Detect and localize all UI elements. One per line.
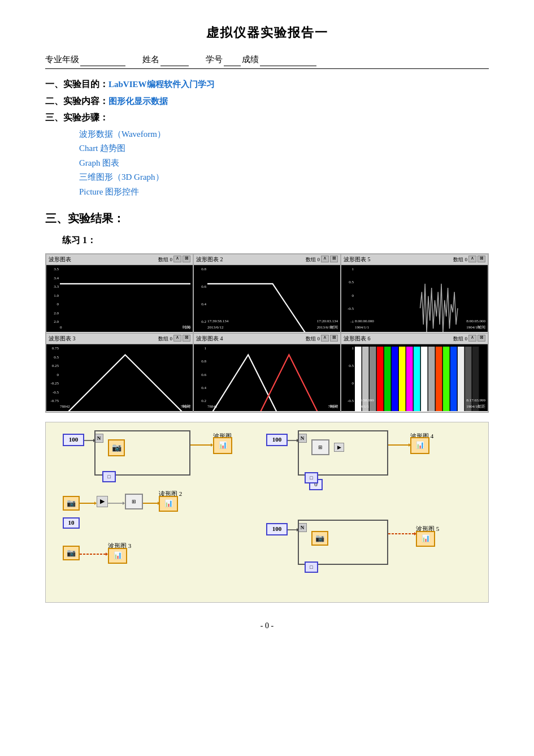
chart4-svg [60,347,190,411]
chart-cell-3: 波形图表 5 数组 0 ∧ ⊠ 1 0.5 0 -0.5 -1 8:00:00.… [341,254,488,333]
chart3-auto-btn[interactable]: ⊠ [477,256,485,262]
chart3-btns: 数组 0 ∧ ⊠ [453,256,485,263]
bd-const-100-3: 100 [266,523,288,535]
section2-label: 实验内容： [63,96,108,106]
chart1-btns: 数组 0 ∧ ⊠ [158,256,190,263]
chart6-axis-y: 1 0.5 0 -0.5 [342,347,354,403]
section3-label: 实验步骤： [63,113,108,122]
bd-arrow-2c [143,500,160,506]
chart5-axis-x: 78842 78847 [207,404,338,410]
chart5-title: 波形图表 4 [196,334,223,343]
chart4-inner: 0.75 0.5 0.25 0 -0.25 -0.5 -0.75 78842 7… [46,344,193,411]
chart5-label: 数组 0 [306,335,320,343]
bd-icon-chart2: 📷 [63,496,80,511]
chart1-inner: 3.5 3.4 3.3 1.0 0 2.0 2.0 0 100 时间 [46,265,193,332]
chart-cell-5: 波形图表 4 数组 0 ∧ ⊠ 1 0.8 0.6 0.4 0.2 [193,333,341,412]
bd-arrow-r3 [388,531,416,537]
chart6-titlebar: 波形图表 6 数组 0 ∧ ⊠ [341,334,488,344]
bd-waveform-icon-3: 📊 [108,548,127,564]
step1: 波形数据（Waveform） [79,127,489,142]
chart4-axis-x: 78842 78847 [60,404,190,410]
bd-play-btn-2[interactable]: ▶ [97,496,108,507]
id-label: 学号 [206,53,223,66]
chart6-xlabel: 灯距 [477,404,485,410]
chart6-btns: 数组 0 ∧ ⊠ [453,335,485,343]
chart6-label: 数组 0 [453,335,467,343]
bd-const-100-2: 100 [266,434,288,446]
name-value [160,56,189,66]
bd-dblbox-2: ⊞ [125,494,143,509]
section1-label: 实验目的： [63,79,108,89]
chart2-axis-x: 17:39:58.134 2013/6/12 17:20:03.134 2013… [207,318,338,331]
bd-arrow-2 [80,500,97,506]
bd-arrow-r-out [388,442,411,448]
chart3-axis-x: 8:00:00.000 1904/1/1 8:00:05.000 1904/1/… [355,318,485,331]
chart2-scroll-btn[interactable]: ∧ [321,256,329,262]
chart5-axis-y: 1 0.8 0.6 0.4 0.2 [195,347,206,403]
chart2-label: 数组 0 [306,256,320,263]
bd-arrow-loop1-out [190,442,213,448]
chart6-scroll-btn[interactable]: ∧ [468,335,476,342]
chart3-title: 波形图表 5 [344,255,371,264]
bd-const-10: 10 [63,517,80,529]
bd-square-r3: □ [305,561,318,573]
bd-arrow-r1 [288,438,299,443]
chart1-scroll-btn[interactable]: ∧ [173,256,181,262]
section2-title: 二、实验内容：图形化显示数据 [45,94,489,109]
chart-cell-2: 波形图表 2 数组 0 ∧ ⊠ 0.8 0.6 0.4 0.2 17:39:58… [193,254,341,333]
chart1-xlabel: 时间 [183,325,190,331]
id-value [224,56,241,66]
section1-title: 一、实验目的：LabVIEW编程软件入门学习 [45,77,489,92]
chart3-scroll-btn[interactable]: ∧ [468,256,476,262]
chart3-label: 数组 0 [453,256,467,263]
score-label: 成绩 [242,53,259,66]
chart-cell-1: 波形图表 数组 0 ∧ ⊠ 3.5 3.4 3.3 1.0 0 2.0 2.0 … [46,254,193,333]
chart4-scroll-btn[interactable]: ∧ [173,335,181,342]
chart5-auto-btn[interactable]: ⊠ [330,335,338,342]
bd-arrow-3 [80,551,108,557]
chart1-label: 数组 0 [158,256,172,263]
chart6-auto-btn[interactable]: ⊠ [477,335,485,342]
chart6-axis-x: 8:10:58.999 1904/1/1 8:17:03.999 1904/1/… [355,398,485,410]
step2: Chart 趋势图 [79,141,489,156]
chart3-xlabel: 时间 [477,325,485,331]
chart2-auto-btn[interactable]: ⊠ [330,256,338,262]
chart5-scroll-btn[interactable]: ∧ [321,335,329,342]
chart4-title: 波形图表 3 [49,334,76,343]
major-grade-value [80,56,125,66]
section2-content: 图形化显示数据 [108,97,168,106]
section2-num: 二、 [45,96,63,106]
chart6-title: 波形图表 6 [344,334,371,343]
chart5-titlebar: 波形图表 4 数组 0 ∧ ⊠ [194,334,340,344]
chart1-axis-y: 3.5 3.4 3.3 1.0 0 2.0 2.0 [47,267,59,324]
chart4-label: 数组 0 [158,335,172,343]
chart1-svg [60,267,190,332]
block-diagram: 100 N 📷 波形图 📊 □ 📷 ▶ ⊞ 读形图 2 📊 10 📷 波形图 3… [45,422,489,603]
chart2-axis-y: 0.8 0.6 0.4 0.2 [195,267,206,324]
bd-icon-chart5: 📷 [311,531,328,546]
id-item: 学号 成绩 [206,53,316,66]
step5: Picture 图形控件 [79,185,489,200]
chart5-btns: 数组 0 ∧ ⊠ [306,335,338,343]
bd-icon-chart3: 📷 [63,546,80,560]
chart1-auto-btn[interactable]: ⊠ [183,256,190,262]
chart2-btns: 数组 0 ∧ ⊠ [306,256,338,263]
page-number: - 0 - [45,620,489,632]
section1-content: LabVIEW编程软件入门学习 [108,80,215,89]
score-value [260,56,316,66]
chart5-xlabel: 时间 [330,404,338,410]
chart4-titlebar: 波形图表 3 数组 0 ∧ ⊠ [46,334,193,344]
section1-num: 一、 [45,79,63,89]
bd-waveform-icon-4: 📊 [410,437,429,454]
bd-square-r: □ [305,472,318,483]
chart4-auto-btn[interactable]: ⊠ [183,335,190,342]
chart2-inner: 0.8 0.6 0.4 0.2 17:39:58.134 2013/6/12 1… [194,265,340,332]
chart2-title: 波形图表 2 [196,255,223,264]
chart1-title: 波形图表 [49,255,71,264]
bd-icon-loop1: 📷 [108,439,125,456]
result-title: 三、实验结果： [45,209,489,227]
bd-waveform-icon-2: 📊 [159,496,178,512]
bd-play-inside[interactable]: ▶ [334,443,344,452]
chart3-axis-y: 1 0.5 0 -0.5 -1 [342,267,354,324]
name-item: 姓名 [142,53,189,66]
